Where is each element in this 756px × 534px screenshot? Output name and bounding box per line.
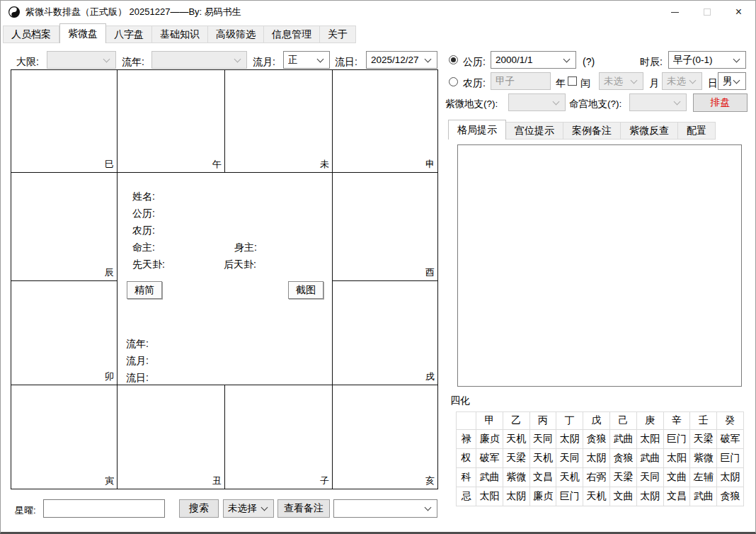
ziwei-chart-grid: 巳 午 未 申 辰 姓名: 公历: 农历: 命主: 身主: 先天卦: 后天卦: … [11,69,438,489]
search-button[interactable]: 搜索 [179,499,219,518]
sihua-cell: 武曲 [636,449,663,468]
stem-header: 庚 [636,412,663,430]
liuyue-select[interactable]: 正 [283,51,330,69]
minimize-button[interactable] [659,1,691,23]
sihua-cell: 太阴 [503,487,529,506]
row-label: 科 [457,468,476,487]
tab-bazi-chart[interactable]: 八字盘 [106,25,152,43]
ming-palace-branch-select[interactable] [629,93,687,111]
close-button[interactable]: × [723,1,755,23]
tab-case-notes[interactable]: 案例备注 [563,122,621,140]
view-notes-button[interactable]: 查看备注 [277,499,330,518]
ziwei-branch-select[interactable] [508,93,566,111]
palace-shen: 申 [333,70,437,173]
tab-pattern-hints[interactable]: 格局提示 [448,120,506,140]
pre-heaven-hexagram-label: 先天卦: [132,259,165,271]
sihua-row-quan: 权 破军 天梁 天机 天同 太阴 贪狼 武曲 太阳 紫微 巨门 [457,449,744,468]
row-label: 禄 [457,430,476,449]
sihua-cell: 天同 [556,449,583,468]
year-label: 年 [556,77,566,90]
maximize-button[interactable] [691,1,723,23]
screenshot-button[interactable]: 截图 [288,281,323,299]
liuyue-label: 流月: [253,56,275,69]
sihua-cell: 天同 [636,468,663,487]
branch-label: 巳 [105,158,114,171]
branch-label: 申 [425,158,435,171]
sihua-cell: 天梁 [609,468,636,487]
palace-yin: 寅 [11,385,118,489]
tab-about[interactable]: 关于 [320,25,356,43]
leap-label: 闰 [580,77,590,90]
star-label: 星曜: [15,504,36,517]
sihua-cell: 文昌 [529,468,556,487]
lunar-day-select[interactable]: 未选 [662,72,702,90]
generate-chart-button[interactable]: 排盘 [693,93,748,112]
branch-label: 戌 [425,370,435,383]
star-search-input[interactable] [43,499,165,518]
daxian-select[interactable] [47,51,116,69]
sihua-header-row: 甲 乙 丙 丁 戊 己 庚 辛 壬 癸 [457,412,744,430]
notes-select[interactable] [333,499,437,518]
branch-label: 寅 [105,475,114,487]
sihua-cell: 太阴 [717,468,744,487]
gender-select[interactable]: 男 [718,72,746,90]
tab-personnel-files[interactable]: 人员档案 [3,25,59,43]
lunar-calendar-radio[interactable] [449,77,458,86]
center-liuyue-label: 流月: [126,355,149,368]
hour-label: 时辰: [640,56,663,69]
post-heaven-hexagram-label: 后天卦: [224,259,256,271]
sihua-cell: 武曲 [690,487,717,506]
sihua-cell: 武曲 [476,468,503,487]
leap-month-checkbox[interactable] [568,76,577,86]
palace-xu: 戌 [333,281,437,385]
sihua-cell: 太阴 [556,430,583,449]
chevron-down-icon [733,55,740,62]
solar-date-label: 公历: [132,208,155,220]
pattern-hint-textarea[interactable] [457,144,742,387]
month-label: 月 [649,77,659,90]
chevron-down-icon [689,76,697,84]
palace-chou: 丑 [118,385,225,489]
tab-info-management[interactable]: 信息管理 [264,25,320,43]
tab-basic-knowledge[interactable]: 基础知识 [152,25,208,43]
hour-select[interactable]: 早子(0-1) [668,51,746,69]
palace-wei: 未 [225,70,333,173]
sihua-cell: 太阳 [663,449,690,468]
lunar-month-select[interactable]: 未选 [599,72,643,90]
stem-header: 丁 [556,412,583,430]
solar-calendar-radio[interactable] [449,55,458,64]
liunian-select[interactable] [151,51,247,69]
sihua-row-ke: 科 武曲 紫微 文昌 天机 右弼 天梁 天同 文曲 左辅 太阴 [457,468,744,487]
sihua-cell: 天同 [529,430,556,449]
main-tab-bar: 人员档案 紫微盘 八字盘 基础知识 高级筛选 信息管理 关于 [3,23,356,43]
liuri-select[interactable]: 2025/12/27 [366,51,437,69]
tab-settings[interactable]: 配置 [678,122,716,140]
body-lord-label: 身主: [234,242,257,254]
tab-palace-hints[interactable]: 宫位提示 [506,122,563,140]
stem-header: 己 [609,412,636,430]
solar-help-hint: (?) [583,56,595,67]
lunar-year-input[interactable]: 甲子 [491,72,551,90]
sihua-cell: 破军 [476,449,503,468]
sihua-cell: 文曲 [663,468,690,487]
stem-header: 壬 [690,412,717,430]
solar-date-select[interactable]: 2000/1/1 [491,51,576,69]
sihua-cell: 太阴 [583,449,610,468]
simplify-button[interactable]: 精简 [127,281,162,299]
tab-ziwei-reverse-lookup[interactable]: 紫微反查 [621,122,678,140]
palace-chen: 辰 [11,173,118,281]
title-bar: 紫微斗数排盘（正式版） 20251227——By: 易码书生 × [1,1,755,23]
yin-yang-icon [8,6,20,18]
palace-si: 巳 [11,70,118,173]
sihua-cell: 破军 [717,430,744,449]
liuri-label: 流日: [335,56,357,69]
chart-center-info: 姓名: 公历: 农历: 命主: 身主: 先天卦: 后天卦: 精简 截图 流年: … [118,173,333,385]
branch-label: 子 [320,475,329,487]
stem-header: 丙 [529,412,556,430]
sihua-cell: 贪狼 [717,487,744,506]
sihua-cell: 武曲 [609,430,636,449]
hint-tab-bar: 格局提示 宫位提示 案例备注 紫微反查 配置 [448,120,716,140]
tab-ziwei-chart[interactable]: 紫微盘 [59,23,106,43]
star-state-select[interactable]: 未选择 [223,499,274,518]
tab-advanced-filter[interactable]: 高级筛选 [208,25,264,43]
